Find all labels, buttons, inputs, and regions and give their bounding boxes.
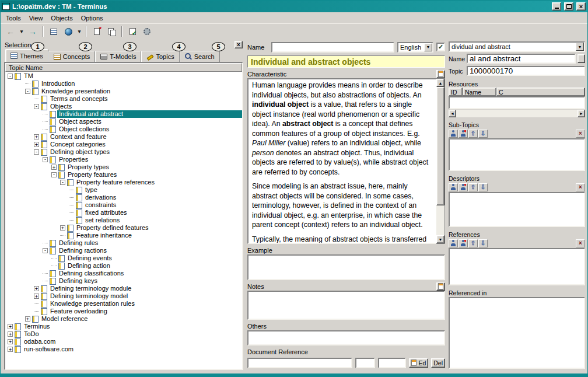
chevron-down-icon[interactable]: ▼ xyxy=(424,43,432,51)
tree-item[interactable]: type xyxy=(5,186,242,194)
subtopics-remove-button[interactable]: × xyxy=(576,130,585,138)
expand-toggle-icon[interactable]: - xyxy=(43,248,48,253)
new-topic-button[interactable] xyxy=(90,25,104,38)
expand-toggle-icon[interactable]: + xyxy=(8,339,13,344)
tree-item[interactable]: +odaba.com xyxy=(5,338,242,345)
resources-scrollbar[interactable]: ◄ ► xyxy=(449,110,585,117)
document-reference-input[interactable] xyxy=(247,358,352,368)
references-move-down-button[interactable]: ⇩ xyxy=(478,239,488,247)
descriptors-person-add-button[interactable] xyxy=(449,183,458,191)
scrollbar-thumb[interactable] xyxy=(436,87,444,205)
references-person-new-button[interactable] xyxy=(459,239,468,247)
resources-column-id[interactable]: ID xyxy=(449,88,463,96)
expand-toggle-icon[interactable]: + xyxy=(8,347,13,352)
resources-column-c[interactable]: C xyxy=(496,88,585,96)
expand-toggle-icon[interactable]: - xyxy=(8,74,13,79)
maximize-button[interactable] xyxy=(564,2,573,11)
references-person-add-button[interactable] xyxy=(449,239,458,247)
open-characteristic-editor-button[interactable] xyxy=(436,70,445,78)
expand-toggle-icon[interactable]: - xyxy=(25,89,30,94)
expand-toggle-icon[interactable]: - xyxy=(34,104,39,109)
document-position-input[interactable] xyxy=(378,358,406,368)
chevron-down-icon[interactable]: ▼ xyxy=(576,43,584,51)
sidebar-name-input[interactable] xyxy=(467,54,576,64)
others-input[interactable] xyxy=(247,330,445,345)
characteristic-text[interactable]: Human language provides means in order t… xyxy=(247,78,436,244)
open-notes-editor-button[interactable] xyxy=(436,282,445,291)
tree-item[interactable]: +run-software.com xyxy=(5,345,242,353)
expand-toggle-icon[interactable]: + xyxy=(25,316,30,322)
expand-toggle-icon[interactable]: - xyxy=(43,157,48,162)
expand-toggle-icon[interactable]: + xyxy=(60,225,65,231)
tree-item[interactable]: Knowledge presentation rules xyxy=(5,300,242,308)
scroll-up-button[interactable]: ▲ xyxy=(436,79,444,87)
tree-item[interactable]: fixed attributes xyxy=(5,209,242,217)
minimize-button[interactable] xyxy=(552,2,561,11)
resources-column-name[interactable]: Name xyxy=(463,88,496,96)
menu-options[interactable]: Options xyxy=(77,13,107,23)
menu-tools[interactable]: Tools xyxy=(2,13,25,23)
references-list[interactable] xyxy=(449,248,585,285)
document-page-input[interactable] xyxy=(355,358,375,368)
expand-toggle-icon[interactable]: + xyxy=(34,142,39,147)
tree-item[interactable]: Individual and abstract xyxy=(5,110,242,118)
tree-item[interactable]: -Property feature references xyxy=(5,179,242,186)
tree-item[interactable]: Defining keys xyxy=(5,277,242,285)
example-input[interactable] xyxy=(247,254,445,280)
tab-themes[interactable]: Themes xyxy=(5,49,48,62)
expand-toggle-icon[interactable]: + xyxy=(8,324,13,329)
language-checkbox[interactable]: ✓ xyxy=(436,43,445,51)
tree-item[interactable]: +Context and feature xyxy=(5,133,242,141)
tree-column-header[interactable]: Topic Name xyxy=(5,63,242,72)
subtopics-list[interactable] xyxy=(449,138,585,171)
tree-item[interactable]: constraints xyxy=(5,201,242,209)
tree-item[interactable]: +Property defined features xyxy=(5,224,242,232)
left-splitter[interactable] xyxy=(243,40,247,370)
tree-item[interactable]: Defining classifications xyxy=(5,270,242,277)
tree-item[interactable]: -Property features xyxy=(5,171,242,179)
tree-item[interactable]: Introduction xyxy=(5,80,242,88)
back-button[interactable]: ← xyxy=(4,25,18,38)
expand-toggle-icon[interactable]: - xyxy=(60,180,65,185)
tab-t-models[interactable]: T-Models xyxy=(95,51,141,62)
tree-item[interactable]: Object collections xyxy=(5,125,242,133)
expand-toggle-icon[interactable]: + xyxy=(51,165,57,170)
close-button[interactable]: × xyxy=(576,2,586,11)
tab-concepts[interactable]: Concepts xyxy=(48,51,95,62)
scrollbar-track[interactable] xyxy=(436,87,444,235)
tree-item[interactable]: -Properties xyxy=(5,156,242,163)
scroll-down-button[interactable]: ▼ xyxy=(436,235,444,243)
tree-item[interactable]: +Model reference xyxy=(5,315,242,323)
tree-item[interactable]: +Defining terminology model xyxy=(5,292,242,300)
tree-item[interactable]: Object aspects xyxy=(5,118,242,125)
edit-reference-button[interactable]: Ed xyxy=(409,358,428,368)
scroll-right-button[interactable]: ► xyxy=(578,110,585,117)
tree-item[interactable]: Defining rules xyxy=(5,239,242,247)
tree-item[interactable]: +ToDo xyxy=(5,330,242,338)
tree-item[interactable]: Feature inheritance xyxy=(5,232,242,239)
subtopics-move-down-button[interactable]: ⇩ xyxy=(478,130,488,138)
expand-toggle-icon[interactable]: + xyxy=(34,134,39,139)
expand-toggle-icon[interactable]: - xyxy=(34,149,39,155)
tree-item[interactable]: +Defining terminology module xyxy=(5,285,242,292)
tree-item[interactable]: set relations xyxy=(5,217,242,224)
references-remove-button[interactable]: × xyxy=(576,239,585,247)
delete-reference-button[interactable]: Del xyxy=(431,358,445,368)
expand-toggle-icon[interactable]: + xyxy=(8,331,13,337)
menu-objects[interactable]: Objects xyxy=(47,13,76,23)
tree-item[interactable]: Defining action xyxy=(5,262,242,270)
back-history-dropdown[interactable]: ▾ xyxy=(18,25,25,38)
descriptors-move-up-button[interactable]: ⇧ xyxy=(468,183,478,191)
expand-name-button[interactable] xyxy=(578,54,585,63)
process-button[interactable] xyxy=(140,25,154,38)
check-document-button[interactable] xyxy=(125,25,139,38)
notes-input[interactable] xyxy=(247,291,445,320)
characteristic-scrollbar[interactable]: ▲ ▼ xyxy=(436,78,445,244)
expand-toggle-icon[interactable]: - xyxy=(51,172,57,177)
resources-table-body[interactable] xyxy=(449,96,585,109)
title-bar[interactable]: L:\opa\tm.dev : TM - Terminus × xyxy=(1,1,587,12)
close-selection-button[interactable]: × xyxy=(235,41,243,48)
view-options-dropdown[interactable]: ▾ xyxy=(76,25,83,38)
tree-item[interactable]: derivations xyxy=(5,194,242,201)
tree-item[interactable]: -Defining object types xyxy=(5,148,242,156)
